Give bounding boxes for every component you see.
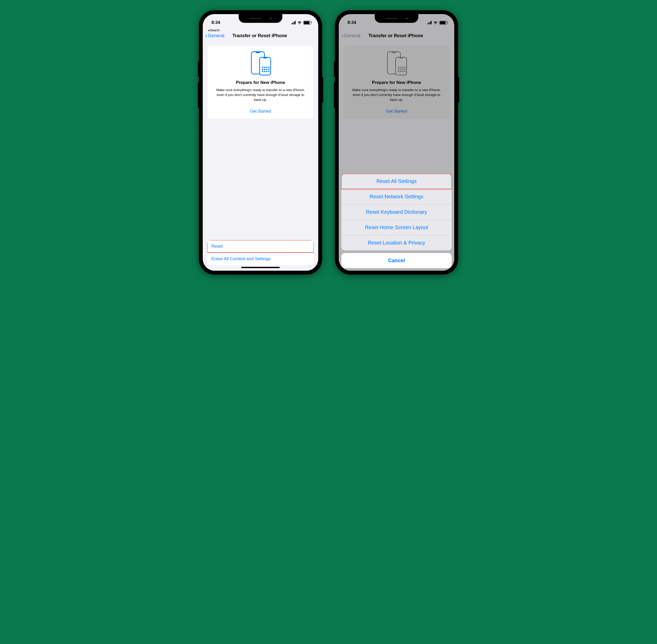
chevron-left-icon: ◂ [208,28,209,32]
home-indicator[interactable] [241,267,280,268]
cancel-button[interactable]: Cancel [341,253,452,268]
wifi-icon [433,21,438,24]
card-body: Make sure everything's ready to transfer… [212,88,309,102]
notch [375,14,418,23]
chevron-left-icon: ‹ [205,32,207,39]
reset-button[interactable]: Reset [207,240,314,252]
reset-network-settings-button[interactable]: Reset Network Settings [341,189,452,205]
page-title: Transfer or Reset iPhone [368,33,423,39]
back-button: ‹ General [341,32,360,39]
bottom-option-list: Reset Erase All Content and Settings [207,240,314,265]
wifi-icon [297,21,302,24]
phone-frame-right: 8:34 ◂ ‹ General Transfer or Reset iPhon… [335,10,458,275]
back-button[interactable]: ‹ General [205,32,224,39]
get-started-button[interactable]: Get Started [250,109,271,114]
get-started-button: Get Started [386,109,407,114]
page-title: Transfer or Reset iPhone [232,33,287,39]
status-time: 8:34 [211,20,220,25]
screen: 8:34 ◂ Search ‹ General Transfer or Rese… [203,14,318,271]
cell-signal-icon [428,21,432,24]
reset-keyboard-dictionary-button[interactable]: Reset Keyboard Dictionary [341,205,452,220]
nav-header: ‹ General Transfer or Reset iPhone [203,32,318,41]
phone-frame-left: 8:34 ◂ Search ‹ General Transfer or Rese… [199,10,322,275]
breadcrumb[interactable]: ◂ Search [203,28,318,32]
prepare-card: Prepare for New iPhone Make sure everyth… [343,46,450,119]
cell-signal-icon [292,21,296,24]
reset-action-sheet: Reset All Settings Reset Network Setting… [341,174,452,268]
card-heading: Prepare for New iPhone [348,80,445,85]
battery-icon [439,21,447,25]
battery-icon [303,21,311,25]
card-body: Make sure everything's ready to transfer… [348,88,445,102]
transfer-devices-icon [386,51,407,75]
erase-all-button[interactable]: Erase All Content and Settings [207,252,314,265]
sheet-options: Reset All Settings Reset Network Setting… [341,174,452,250]
status-time: 8:34 [347,20,356,25]
chevron-left-icon: ‹ [341,32,343,39]
reset-home-screen-layout-button[interactable]: Reset Home Screen Layout [341,220,452,235]
reset-location-privacy-button[interactable]: Reset Location & Privacy [341,235,452,250]
screen: 8:34 ◂ ‹ General Transfer or Reset iPhon… [339,14,454,271]
notch [239,14,282,23]
prepare-card: Prepare for New iPhone Make sure everyth… [207,46,314,119]
nav-header: ‹ General Transfer or Reset iPhone [339,32,454,41]
reset-all-settings-button[interactable]: Reset All Settings [341,174,452,189]
card-heading: Prepare for New iPhone [212,80,309,85]
transfer-devices-icon [250,51,271,75]
